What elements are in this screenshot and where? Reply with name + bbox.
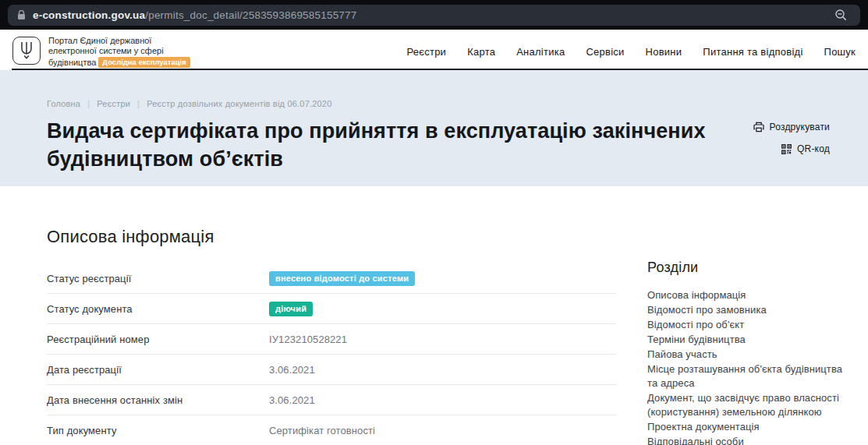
hero-section: Головна Реєстри Реєстр дозвільних докуме… <box>0 70 868 186</box>
nav-item-news[interactable]: Новини <box>646 46 682 58</box>
registration-date-value: 3.06.2021 <box>269 364 315 376</box>
field-row-document-status: Статус документа діючий <box>47 294 616 324</box>
beta-badge: Дослідна експлуатація <box>98 57 190 69</box>
portal-name-line1: Портал Єдиної державної <box>48 36 151 45</box>
sections-sidebar: Розділи Описова інформація Відомості про… <box>647 227 845 445</box>
breadcrumb-home[interactable]: Головна <box>47 99 80 108</box>
sidebar-item-object-info[interactable]: Відомості про об'єкт <box>647 318 845 332</box>
sidebar-item-location-address[interactable]: Місце розташування об'єкта будівництва т… <box>647 362 845 390</box>
address-bar[interactable]: e-construction.gov.ua/permits_doc_detail… <box>8 5 860 26</box>
sidebar-item-construction-terms[interactable]: Терміни будівництва <box>647 333 845 347</box>
sidebar-item-share-participation[interactable]: Пайова участь <box>647 348 845 362</box>
qr-code-icon <box>781 144 792 154</box>
registration-status-badge: внесено відомості до системи <box>269 271 415 286</box>
portal-name: Портал Єдиної державної електронної сист… <box>48 36 190 68</box>
document-status-badge: діючий <box>269 302 313 316</box>
qr-code-label: QR-код <box>797 143 830 154</box>
field-row-registration-status: Статус реєстрації внесено відомості до с… <box>47 263 616 294</box>
print-label: Роздрукувати <box>770 122 830 132</box>
nav-item-services[interactable]: Сервіси <box>586 46 624 58</box>
breadcrumb-current[interactable]: Реєстр дозвільних документів від 06.07.2… <box>130 99 331 108</box>
portal-name-line3: будівництва <box>48 58 96 67</box>
url-domain: e-construction.gov.ua <box>33 9 145 21</box>
printer-icon <box>753 122 764 132</box>
last-changes-date-value: 3.06.2021 <box>269 394 315 406</box>
field-label: Статус реєстрації <box>47 273 269 284</box>
field-label: Дата реєстрації <box>47 364 269 376</box>
nav-item-search[interactable]: Пошук <box>824 46 856 58</box>
field-row-registration-number: Реєстраційний номер ІУ123210528221 <box>47 324 616 355</box>
sidebar-item-responsible-persons[interactable]: Відповідальні особи <box>647 435 845 445</box>
browser-topbar: e-construction.gov.ua/permits_doc_detail… <box>0 0 868 30</box>
section-title: Описова інформація <box>47 227 616 247</box>
zoom-out-icon[interactable] <box>834 9 851 22</box>
nav-item-faq[interactable]: Питання та відповіді <box>703 46 802 58</box>
nav-item-analytics[interactable]: Аналітика <box>516 46 565 58</box>
descriptive-info-section: Описова інформація Статус реєстрації вне… <box>47 227 616 445</box>
field-row-last-changes-date: Дата внесення останніх змін 3.06.2021 <box>47 385 616 415</box>
url-text: e-construction.gov.ua/permits_doc_detail… <box>33 9 357 21</box>
field-row-document-type: Тип документу Сертифікат готовності <box>47 415 616 445</box>
site-logo[interactable]: Портал Єдиної державної електронної сист… <box>12 36 190 68</box>
ukraine-trident-logo <box>12 37 41 65</box>
sidebar-item-land-ownership-document[interactable]: Документ, що засвідчує право власності (… <box>647 391 845 419</box>
sidebar-item-project-documentation[interactable]: Проектна документація <box>647 420 845 434</box>
nav-item-map[interactable]: Карта <box>467 46 495 58</box>
breadcrumb-registries[interactable]: Реєстри <box>80 99 130 108</box>
field-label: Тип документу <box>47 425 269 436</box>
document-type-value: Сертифікат готовності <box>269 425 375 436</box>
field-label: Реєстраційний номер <box>47 334 269 345</box>
sidebar-item-descriptive-info[interactable]: Описова інформація <box>647 288 845 302</box>
registration-number-value: ІУ123210528221 <box>269 334 347 345</box>
portal-name-line2: електронної системи у сфері <box>48 46 164 55</box>
site-header: Портал Єдиної державної електронної сист… <box>0 30 868 69</box>
main-content: Описова інформація Статус реєстрації вне… <box>0 186 868 445</box>
url-path: /permits_doc_detail/2583593869585155777 <box>145 9 356 21</box>
sidebar-item-customer-info[interactable]: Відомості про замовника <box>647 303 845 317</box>
lock-icon <box>17 10 26 20</box>
main-nav: Реєстри Карта Аналітика Сервіси Новини П… <box>406 46 857 58</box>
field-label: Статус документа <box>47 303 269 315</box>
hero-actions: Роздрукувати <box>753 122 830 154</box>
page-title: Видача сертифіката про прийняття в експл… <box>47 118 764 174</box>
breadcrumb: Головна Реєстри Реєстр дозвільних докуме… <box>47 99 829 108</box>
page: e-construction.gov.ua/permits_doc_detail… <box>0 0 868 445</box>
field-row-registration-date: Дата реєстрації 3.06.2021 <box>47 355 616 385</box>
field-label: Дата внесення останніх змін <box>47 394 269 406</box>
print-button[interactable]: Роздрукувати <box>753 122 830 132</box>
nav-item-registries[interactable]: Реєстри <box>406 46 446 58</box>
sidebar-title: Розділи <box>647 260 845 276</box>
qr-code-button[interactable]: QR-код <box>781 143 830 154</box>
